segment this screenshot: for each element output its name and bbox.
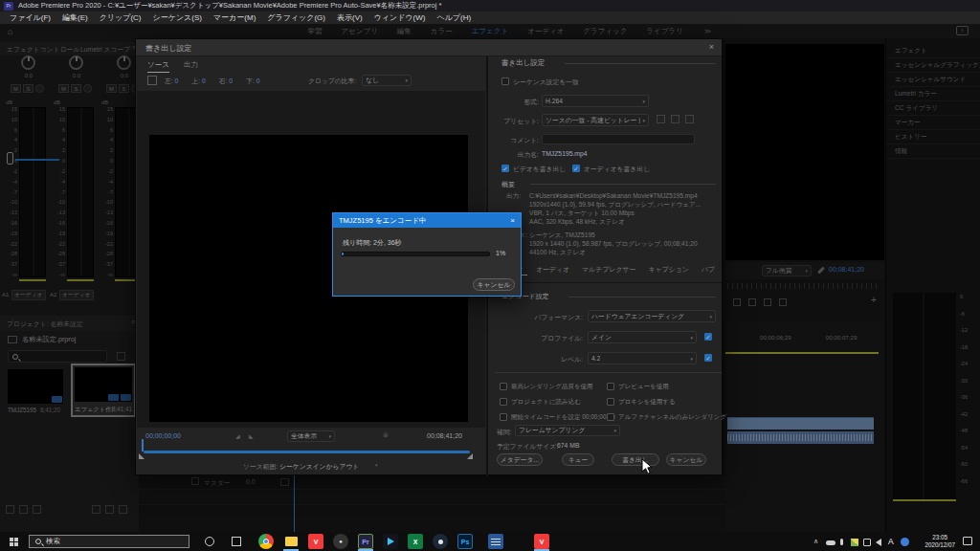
close-icon[interactable]: × <box>510 216 515 225</box>
menu-item[interactable]: 編集(E) <box>56 12 94 23</box>
progress-bar-track <box>341 252 490 256</box>
progress-percent: 1% <box>496 250 505 256</box>
menu-bar: ファイル(F)編集(E)クリップ(C)シーケンス(S)マーカー(M)グラフィック… <box>0 11 980 24</box>
clock-time: 23:05 <box>924 534 955 541</box>
mouse-cursor <box>641 458 653 479</box>
start-button[interactable] <box>10 538 18 546</box>
premiere-pro-icon[interactable]: Pr <box>358 534 373 549</box>
menu-item[interactable]: ウィンドウ(W) <box>368 12 432 23</box>
menu-item[interactable]: マーカー(M) <box>208 12 261 23</box>
excel-icon[interactable]: X <box>408 534 423 549</box>
ime-mode-icon[interactable]: A <box>888 537 894 546</box>
volume-icon[interactable] <box>876 539 881 546</box>
premiere-pro-window: Pr Adobe Premiere Pro 2020 - C:¥ユーザー¥sak… <box>0 0 980 551</box>
taskbar-search-input[interactable]: 検索 <box>29 535 189 548</box>
remaining-time-label: 残り時間: 2分, 36秒 <box>343 238 402 248</box>
onedrive-cloud-icon[interactable] <box>826 540 835 545</box>
meet-now-icon[interactable] <box>863 539 871 546</box>
progress-fill <box>342 253 344 255</box>
premiere-app-icon: Pr <box>4 2 13 11</box>
cancel-encoding-button[interactable]: キャンセル <box>473 278 515 291</box>
microphone-icon[interactable] <box>840 539 843 545</box>
action-center-icon[interactable] <box>963 537 972 545</box>
photoshop-icon[interactable]: Ps <box>457 534 473 549</box>
window-title: Adobe Premiere Pro 2020 - C:¥ユーザー¥sakan¥… <box>18 1 441 11</box>
menu-item[interactable]: グラフィック(G) <box>261 12 331 23</box>
menu-item[interactable]: ヘルプ(H) <box>431 12 477 23</box>
menu-item[interactable]: クリップ(C) <box>94 12 147 23</box>
file-explorer-icon[interactable] <box>283 534 299 549</box>
windows-taskbar: 検索 V ● Pr X Ps V ∧ A 23:05 2020/12/07 <box>0 532 980 551</box>
vivaldi-icon[interactable]: V <box>308 534 323 549</box>
weather-icon[interactable] <box>901 538 909 546</box>
steam-icon[interactable] <box>433 534 448 549</box>
blue-app-icon[interactable] <box>488 534 503 549</box>
window-titlebar: Pr Adobe Premiere Pro 2020 - C:¥ユーザー¥sak… <box>0 0 980 11</box>
menu-item[interactable]: シーケンス(S) <box>147 12 208 23</box>
cortana-icon[interactable] <box>205 537 214 546</box>
clip-studio-icon[interactable]: ● <box>333 534 348 549</box>
task-view-icon[interactable] <box>232 537 241 546</box>
chrome-icon[interactable] <box>258 534 274 549</box>
menu-item[interactable]: ファイル(F) <box>4 12 56 23</box>
progress-dialog-titlebar[interactable]: TMJZ5195 をエンコード中 × <box>333 213 521 228</box>
vivaldi-window-icon[interactable]: V <box>534 534 549 549</box>
premiere-rush-icon[interactable] <box>383 534 398 549</box>
menu-item[interactable]: 表示(V) <box>331 12 368 23</box>
hidden-icons-chevron-icon[interactable]: ∧ <box>813 538 818 545</box>
encoding-progress-dialog: TMJZ5195 をエンコード中 × 残り時間: 2分, 36秒 1% キャンセ… <box>332 212 522 297</box>
progress-dialog-title: TMJZ5195 をエンコード中 <box>339 216 426 226</box>
taskbar-clock[interactable]: 23:05 2020/12/07 <box>924 534 955 549</box>
search-icon <box>35 539 41 544</box>
ime-pad-icon[interactable] <box>851 539 858 546</box>
search-placeholder: 検索 <box>46 537 60 546</box>
clock-date: 2020/12/07 <box>924 541 955 549</box>
